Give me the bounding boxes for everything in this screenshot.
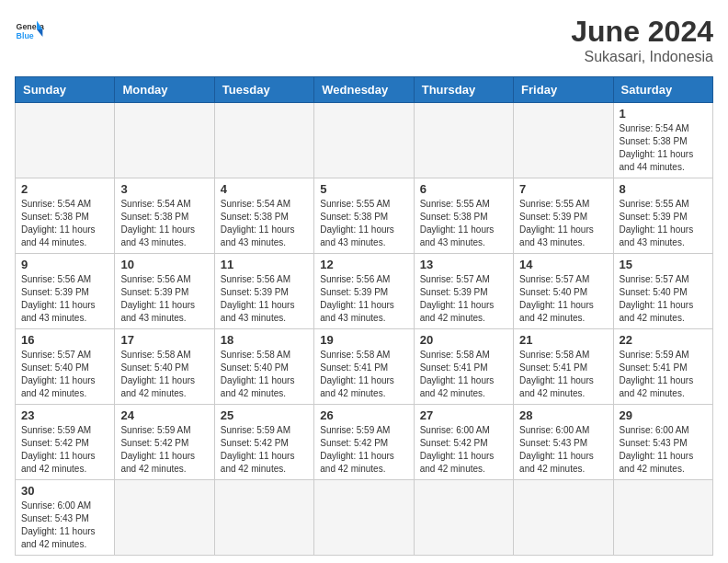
calendar-cell xyxy=(115,103,214,178)
calendar-cell: 13 Sunrise: 5:57 AMSunset: 5:39 PMDaylig… xyxy=(414,254,513,329)
calendar-cell: 18 Sunrise: 5:58 AMSunset: 5:40 PMDaylig… xyxy=(214,329,313,405)
day-info: Sunrise: 5:57 AMSunset: 5:40 PMDaylight:… xyxy=(620,274,694,323)
day-info: Sunrise: 5:58 AMSunset: 5:41 PMDaylight:… xyxy=(420,350,495,398)
day-info: Sunrise: 5:55 AMSunset: 5:39 PMDaylight:… xyxy=(519,199,594,247)
day-number: 22 xyxy=(620,333,707,347)
title-block: June 2024 Sukasari, Indonesia xyxy=(571,15,713,65)
calendar-cell: 27 Sunrise: 6:00 AMSunset: 5:42 PMDaylig… xyxy=(414,405,513,480)
day-number: 12 xyxy=(320,258,407,271)
day-number: 30 xyxy=(21,484,108,498)
weekday-header-sunday: Sunday xyxy=(16,77,115,103)
day-number: 28 xyxy=(519,408,607,422)
calendar-cell: 29 Sunrise: 6:00 AMSunset: 5:43 PMDaylig… xyxy=(613,405,712,480)
day-number: 13 xyxy=(420,258,507,271)
day-number: 4 xyxy=(221,182,308,196)
calendar-cell xyxy=(314,103,414,178)
day-number: 16 xyxy=(21,333,108,347)
day-info: Sunrise: 5:57 AMSunset: 5:39 PMDaylight:… xyxy=(420,274,495,323)
day-number: 24 xyxy=(120,408,208,422)
day-info: Sunrise: 5:55 AMSunset: 5:38 PMDaylight:… xyxy=(320,199,394,247)
calendar-cell: 4 Sunrise: 5:54 AMSunset: 5:38 PMDayligh… xyxy=(214,178,313,254)
day-info: Sunrise: 5:54 AMSunset: 5:38 PMDaylight:… xyxy=(221,199,295,247)
calendar-cell: 9 Sunrise: 5:56 AMSunset: 5:39 PMDayligh… xyxy=(16,254,115,329)
calendar-cell xyxy=(314,480,414,556)
day-info: Sunrise: 5:56 AMSunset: 5:39 PMDaylight:… xyxy=(221,274,295,323)
calendar-cell xyxy=(514,480,613,556)
calendar-cell: 11 Sunrise: 5:56 AMSunset: 5:39 PMDaylig… xyxy=(214,254,313,329)
calendar-week-1: 1 Sunrise: 5:54 AMSunset: 5:38 PMDayligh… xyxy=(16,103,713,178)
day-info: Sunrise: 5:59 AMSunset: 5:42 PMDaylight:… xyxy=(320,425,394,474)
weekday-header-thursday: Thursday xyxy=(414,77,513,103)
day-number: 5 xyxy=(320,182,407,196)
day-number: 9 xyxy=(21,258,108,271)
day-info: Sunrise: 5:58 AMSunset: 5:41 PMDaylight:… xyxy=(320,350,394,398)
day-number: 8 xyxy=(620,182,707,196)
day-number: 26 xyxy=(320,408,407,422)
day-number: 25 xyxy=(221,408,308,422)
calendar-week-6: 30 Sunrise: 6:00 AMSunset: 5:43 PMDaylig… xyxy=(16,480,713,556)
day-number: 29 xyxy=(620,408,707,422)
calendar-cell: 24 Sunrise: 5:59 AMSunset: 5:42 PMDaylig… xyxy=(115,405,214,480)
day-number: 6 xyxy=(420,182,507,196)
day-info: Sunrise: 6:00 AMSunset: 5:43 PMDaylight:… xyxy=(21,500,96,549)
day-number: 15 xyxy=(620,258,707,271)
weekday-header-friday: Friday xyxy=(514,77,613,103)
calendar-week-4: 16 Sunrise: 5:57 AMSunset: 5:40 PMDaylig… xyxy=(16,329,713,405)
calendar-cell xyxy=(613,480,712,556)
calendar-cell: 8 Sunrise: 5:55 AMSunset: 5:39 PMDayligh… xyxy=(613,178,712,254)
svg-text:Blue: Blue xyxy=(17,31,34,40)
calendar-cell: 22 Sunrise: 5:59 AMSunset: 5:41 PMDaylig… xyxy=(613,329,712,405)
day-info: Sunrise: 5:55 AMSunset: 5:38 PMDaylight:… xyxy=(420,199,495,247)
calendar-cell: 30 Sunrise: 6:00 AMSunset: 5:43 PMDaylig… xyxy=(16,480,115,556)
day-info: Sunrise: 5:59 AMSunset: 5:42 PMDaylight:… xyxy=(120,425,195,474)
calendar-cell xyxy=(214,480,313,556)
calendar-cell: 19 Sunrise: 5:58 AMSunset: 5:41 PMDaylig… xyxy=(314,329,414,405)
day-info: Sunrise: 6:00 AMSunset: 5:43 PMDaylight:… xyxy=(519,425,594,474)
day-number: 11 xyxy=(221,258,308,271)
day-info: Sunrise: 5:56 AMSunset: 5:39 PMDaylight:… xyxy=(120,274,195,323)
calendar-cell: 7 Sunrise: 5:55 AMSunset: 5:39 PMDayligh… xyxy=(514,178,613,254)
calendar-cell: 25 Sunrise: 5:59 AMSunset: 5:42 PMDaylig… xyxy=(214,405,313,480)
calendar-cell: 5 Sunrise: 5:55 AMSunset: 5:38 PMDayligh… xyxy=(314,178,414,254)
weekday-header-saturday: Saturday xyxy=(613,77,712,103)
calendar-cell: 12 Sunrise: 5:56 AMSunset: 5:39 PMDaylig… xyxy=(314,254,414,329)
calendar-cell: 1 Sunrise: 5:54 AMSunset: 5:38 PMDayligh… xyxy=(613,103,712,178)
calendar-cell: 10 Sunrise: 5:56 AMSunset: 5:39 PMDaylig… xyxy=(115,254,214,329)
day-number: 2 xyxy=(21,182,108,196)
calendar-header-row: SundayMondayTuesdayWednesdayThursdayFrid… xyxy=(16,77,713,103)
calendar-cell: 28 Sunrise: 6:00 AMSunset: 5:43 PMDaylig… xyxy=(514,405,613,480)
weekday-header-wednesday: Wednesday xyxy=(314,77,414,103)
calendar-week-3: 9 Sunrise: 5:56 AMSunset: 5:39 PMDayligh… xyxy=(16,254,713,329)
day-number: 17 xyxy=(120,333,208,347)
day-info: Sunrise: 5:54 AMSunset: 5:38 PMDaylight:… xyxy=(120,199,195,247)
weekday-header-monday: Monday xyxy=(115,77,214,103)
calendar-week-5: 23 Sunrise: 5:59 AMSunset: 5:42 PMDaylig… xyxy=(16,405,713,480)
day-number: 1 xyxy=(620,107,707,121)
calendar-cell: 2 Sunrise: 5:54 AMSunset: 5:38 PMDayligh… xyxy=(16,178,115,254)
day-number: 14 xyxy=(519,258,607,271)
logo: General Blue xyxy=(15,15,44,44)
day-info: Sunrise: 5:54 AMSunset: 5:38 PMDaylight:… xyxy=(620,123,694,172)
calendar-cell xyxy=(16,103,115,178)
calendar-cell: 16 Sunrise: 5:57 AMSunset: 5:40 PMDaylig… xyxy=(16,329,115,405)
calendar-cell xyxy=(214,103,313,178)
calendar-cell: 20 Sunrise: 5:58 AMSunset: 5:41 PMDaylig… xyxy=(414,329,513,405)
day-number: 7 xyxy=(519,182,607,196)
day-info: Sunrise: 6:00 AMSunset: 5:43 PMDaylight:… xyxy=(620,425,694,474)
day-number: 18 xyxy=(221,333,308,347)
day-info: Sunrise: 5:59 AMSunset: 5:41 PMDaylight:… xyxy=(620,350,694,398)
calendar-cell xyxy=(115,480,214,556)
calendar-cell xyxy=(514,103,613,178)
calendar-cell: 23 Sunrise: 5:59 AMSunset: 5:42 PMDaylig… xyxy=(16,405,115,480)
day-info: Sunrise: 5:54 AMSunset: 5:38 PMDaylight:… xyxy=(21,199,96,247)
logo-icon: General Blue xyxy=(15,15,44,44)
calendar-cell: 26 Sunrise: 5:59 AMSunset: 5:42 PMDaylig… xyxy=(314,405,414,480)
location: Sukasari, Indonesia xyxy=(571,49,713,65)
weekday-header-tuesday: Tuesday xyxy=(214,77,313,103)
month-title: June 2024 xyxy=(571,15,713,49)
day-number: 27 xyxy=(420,408,507,422)
day-info: Sunrise: 5:57 AMSunset: 5:40 PMDaylight:… xyxy=(21,350,96,398)
day-info: Sunrise: 5:58 AMSunset: 5:41 PMDaylight:… xyxy=(519,350,594,398)
day-info: Sunrise: 5:58 AMSunset: 5:40 PMDaylight:… xyxy=(221,350,295,398)
page-header: General Blue June 2024 Sukasari, Indones… xyxy=(15,15,713,65)
